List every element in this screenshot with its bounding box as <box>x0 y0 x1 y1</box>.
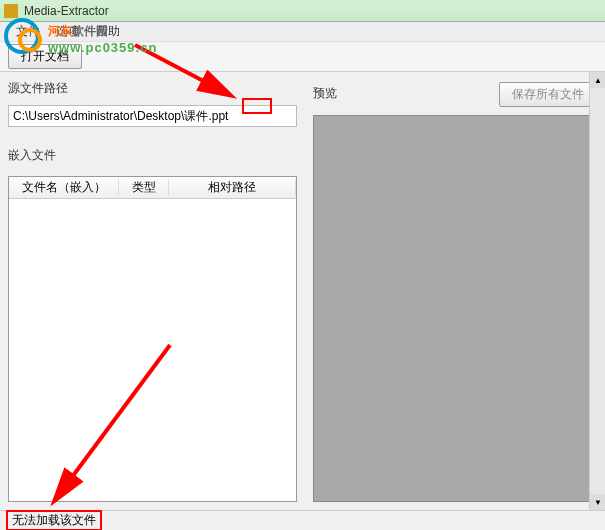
save-all-button: 保存所有文件 <box>499 82 597 107</box>
column-relpath[interactable]: 相对路径 <box>169 179 296 196</box>
preview-label: 预览 <box>313 85 337 102</box>
table-header: 文件名（嵌入） 类型 相对路径 <box>9 177 296 199</box>
window-title: Media-Extractor <box>24 4 109 18</box>
left-panel: 源文件路径 嵌入文件 文件名（嵌入） 类型 相对路径 <box>0 72 305 510</box>
menu-help[interactable]: 帮助 <box>88 23 128 40</box>
column-type[interactable]: 类型 <box>119 179 169 196</box>
vertical-scrollbar[interactable]: ▲ ▼ <box>589 72 605 510</box>
main-area: 源文件路径 嵌入文件 文件名（嵌入） 类型 相对路径 预览 保存所有文件 <box>0 72 605 510</box>
title-bar: Media-Extractor <box>0 0 605 22</box>
embedded-files-table[interactable]: 文件名（嵌入） 类型 相对路径 <box>8 176 297 502</box>
menu-options[interactable]: 选项 <box>48 23 88 40</box>
status-bar: 无法加载该文件 <box>0 510 605 530</box>
scroll-up-icon[interactable]: ▲ <box>590 72 605 88</box>
preview-area <box>313 115 597 502</box>
toolbar: 打开文档 <box>0 42 605 72</box>
column-filename[interactable]: 文件名（嵌入） <box>9 179 119 196</box>
open-file-button[interactable]: 打开文档 <box>8 44 82 69</box>
source-path-input[interactable] <box>8 105 297 127</box>
source-path-label: 源文件路径 <box>8 80 297 97</box>
status-text: 无法加载该文件 <box>6 510 102 530</box>
embedded-files-label: 嵌入文件 <box>8 147 297 164</box>
right-panel: 预览 保存所有文件 <box>305 72 605 510</box>
scroll-down-icon[interactable]: ▼ <box>590 494 605 510</box>
menu-bar: 文件 选项 帮助 <box>0 22 605 42</box>
app-icon <box>4 4 18 18</box>
menu-file[interactable]: 文件 <box>8 23 48 40</box>
